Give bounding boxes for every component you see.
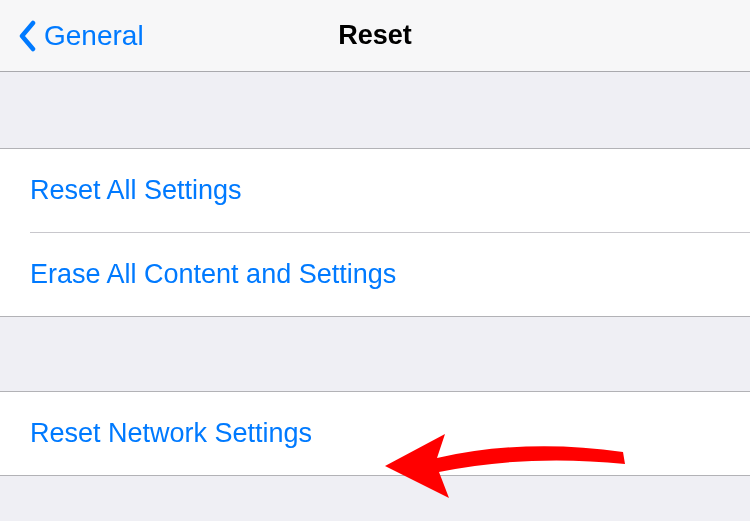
section-spacer: [0, 317, 750, 391]
navigation-bar: General Reset: [0, 0, 750, 72]
reset-network-settings-item[interactable]: Reset Network Settings: [0, 392, 750, 475]
page-title: Reset: [338, 20, 412, 51]
settings-group-2: Reset Network Settings: [0, 391, 750, 476]
erase-all-content-item[interactable]: Erase All Content and Settings: [0, 233, 750, 316]
back-button[interactable]: General: [0, 20, 144, 52]
back-label: General: [44, 20, 144, 52]
settings-group-1: Reset All Settings Erase All Content and…: [0, 148, 750, 317]
reset-all-settings-item[interactable]: Reset All Settings: [0, 149, 750, 232]
chevron-left-icon: [18, 21, 38, 51]
section-spacer: [0, 72, 750, 148]
